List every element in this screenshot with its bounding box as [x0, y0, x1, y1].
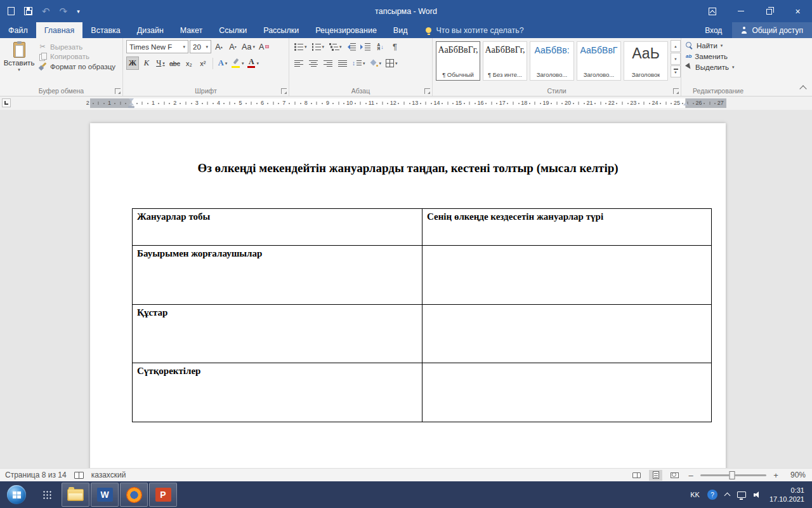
- share-button[interactable]: Общий доступ: [732, 22, 812, 38]
- speaker-icon[interactable]: [754, 491, 762, 498]
- table-cell[interactable]: [422, 363, 712, 422]
- styles-scroll-down-button[interactable]: ▾: [671, 53, 681, 65]
- keyboard-language-indicator[interactable]: KK: [690, 491, 700, 498]
- taskbar-firefox-button[interactable]: [120, 483, 148, 507]
- zoom-slider-thumb[interactable]: [729, 471, 735, 479]
- table-cell[interactable]: Сенің өлкеңде кездесетін жануарлар түрі: [422, 209, 712, 246]
- indent-marker[interactable]: [129, 106, 134, 109]
- tab-главная[interactable]: Главная: [36, 22, 83, 38]
- line-spacing-button[interactable]: ↕▾: [351, 57, 367, 70]
- change-case-button[interactable]: Аа▾: [240, 40, 256, 53]
- shading-button[interactable]: ▾: [369, 57, 383, 70]
- qat-customize-button[interactable]: ▾: [77, 8, 80, 15]
- taskbar-word-button[interactable]: W: [91, 483, 119, 507]
- clipboard-dialog-launcher[interactable]: [115, 88, 121, 94]
- font-size-combo[interactable]: 20 ▾: [190, 40, 211, 53]
- select-button[interactable]: Выделить ▾: [684, 62, 752, 72]
- language-indicator[interactable]: казахский: [91, 471, 126, 479]
- tab-рассылки[interactable]: Рассылки: [255, 22, 307, 38]
- format-painter-button[interactable]: Формат по образцу: [38, 62, 115, 70]
- table-cell[interactable]: Құстар: [133, 305, 422, 363]
- tab-макет[interactable]: Макет: [172, 22, 211, 38]
- minimize-button[interactable]: [726, 0, 755, 22]
- display-icon[interactable]: [737, 491, 746, 498]
- tell-me-box[interactable]: Что вы хотите сделать?: [426, 22, 523, 38]
- zoom-out-button[interactable]: –: [687, 471, 695, 480]
- page[interactable]: Өз өлкеңді мекендейтін жануарларды таңда…: [90, 123, 726, 468]
- replace-button[interactable]: ab Заменить: [684, 51, 752, 62]
- redo-button[interactable]: ↷: [60, 6, 68, 16]
- table-cell[interactable]: Бауырымен жорғалаушылар: [133, 246, 422, 305]
- tab-вставка[interactable]: Вставка: [82, 22, 128, 38]
- taskbar-clock[interactable]: 0:31 17.10.2021: [769, 486, 804, 504]
- show-paragraph-marks-button[interactable]: ¶: [389, 40, 402, 53]
- increase-indent-button[interactable]: [360, 40, 372, 53]
- tab-ссылки[interactable]: Ссылки: [211, 22, 255, 38]
- ribbon-display-options-button[interactable]: [698, 0, 726, 22]
- web-layout-button[interactable]: [668, 470, 681, 481]
- toolbar-grid-icon[interactable]: [33, 481, 61, 508]
- clear-formatting-button[interactable]: А: [258, 40, 270, 53]
- borders-button[interactable]: ▾: [384, 57, 399, 70]
- taskbar-explorer-button[interactable]: [62, 483, 89, 507]
- start-button[interactable]: [0, 481, 33, 508]
- align-left-button[interactable]: [292, 57, 305, 70]
- align-right-button[interactable]: [322, 57, 334, 70]
- multilevel-list-button[interactable]: ▾: [327, 40, 343, 53]
- tab-рецензирование[interactable]: Рецензирование: [307, 22, 385, 38]
- document-area[interactable]: Өз өлкеңді мекендейтін жануарларды таңда…: [0, 110, 812, 468]
- bold-button[interactable]: Ж: [126, 57, 139, 70]
- table-cell[interactable]: [422, 305, 712, 363]
- font-dialog-launcher[interactable]: [281, 88, 287, 94]
- style-card-5[interactable]: АаЬЗаголовок: [624, 41, 668, 81]
- page-number-indicator[interactable]: Страница 8 из 14: [5, 471, 67, 479]
- decrease-indent-button[interactable]: [345, 40, 358, 53]
- ruler[interactable]: 1212345678910111213141516171819202122232…: [0, 98, 812, 108]
- help-icon[interactable]: ?: [707, 490, 717, 500]
- save-button[interactable]: [24, 7, 32, 15]
- font-name-combo[interactable]: Times New F ▾: [126, 40, 188, 53]
- tab-дизайн[interactable]: Дизайн: [129, 22, 172, 38]
- tab-stop-selector[interactable]: [2, 98, 11, 107]
- taskbar-powerpoint-button[interactable]: P: [149, 483, 177, 507]
- collapse-ribbon-button[interactable]: [799, 85, 806, 92]
- table-cell[interactable]: Жануарлар тобы: [133, 209, 422, 246]
- table-cell[interactable]: Сүтқоректілер: [133, 363, 422, 422]
- paragraph-dialog-launcher[interactable]: [424, 88, 430, 94]
- indent-marker[interactable]: [683, 102, 688, 105]
- underline-button[interactable]: Ч▾: [154, 57, 167, 70]
- styles-dialog-launcher[interactable]: [673, 88, 679, 94]
- restore-button[interactable]: [755, 0, 783, 22]
- styles-more-button[interactable]: ▾: [671, 65, 681, 77]
- superscript-button[interactable]: x²: [197, 57, 209, 70]
- font-color-button[interactable]: А▾: [246, 57, 260, 70]
- find-button[interactable]: Найти ▾: [684, 40, 752, 51]
- strikethrough-button[interactable]: abc: [168, 57, 181, 70]
- bullets-button[interactable]: ▾: [292, 40, 308, 53]
- italic-button[interactable]: К: [140, 57, 153, 70]
- style-card-2[interactable]: АаБбВвГг,¶ Без инте...: [483, 41, 527, 81]
- read-mode-button[interactable]: [630, 470, 643, 481]
- styles-scroll-up-button[interactable]: ▴: [671, 40, 681, 52]
- style-card-1[interactable]: АаБбВвГг,¶ Обычный: [436, 41, 480, 81]
- indent-marker[interactable]: [129, 98, 134, 102]
- sign-in-button[interactable]: Вход: [695, 22, 732, 38]
- text-effects-button[interactable]: А▾: [216, 57, 229, 70]
- sort-button[interactable]: АЯ↓: [374, 40, 387, 53]
- zoom-level[interactable]: 90%: [785, 471, 806, 479]
- shrink-font-button[interactable]: А▾: [226, 40, 239, 53]
- tab-вид[interactable]: Вид: [385, 22, 416, 38]
- close-button[interactable]: ×: [783, 0, 812, 22]
- subscript-button[interactable]: x₂: [183, 57, 195, 70]
- print-layout-button[interactable]: [649, 470, 662, 481]
- proofing-icon[interactable]: [74, 472, 84, 479]
- show-hidden-icons-button[interactable]: [724, 493, 730, 499]
- grow-font-button[interactable]: А▴: [213, 40, 225, 53]
- style-card-4[interactable]: АаБбВвГЗаголово...: [577, 41, 621, 81]
- numbering-button[interactable]: ▾: [310, 40, 326, 53]
- indent-marker[interactable]: [129, 102, 134, 105]
- align-center-button[interactable]: [307, 57, 320, 70]
- copy-button[interactable]: Копировать: [38, 53, 115, 60]
- cut-button[interactable]: ✂ Вырезать: [38, 43, 115, 51]
- highlight-button[interactable]: ▾: [230, 57, 246, 70]
